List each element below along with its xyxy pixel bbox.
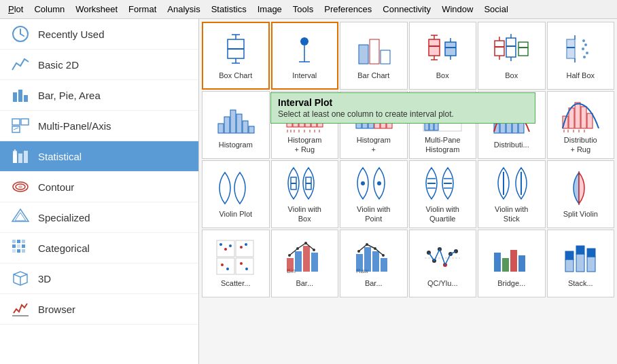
chart-stack[interactable]: Stack... (547, 230, 615, 297)
chart-split-violin[interactable]: Split Violin (547, 160, 615, 228)
svg-point-73 (583, 56, 586, 58)
sidebar-label-contour: Contour (38, 181, 74, 193)
menu-worksheet[interactable]: Worksheet (70, 1, 123, 17)
svg-point-128 (361, 181, 365, 185)
svg-rect-4 (18, 90, 22, 102)
chart-histogram[interactable]: Histogram (202, 91, 270, 159)
menu-social[interactable]: Social (478, 1, 513, 17)
sidebar-label-bar-pie-area: Bar, Pie, Area (38, 90, 101, 101)
svg-rect-27 (22, 244, 25, 248)
bridge-icon (491, 239, 532, 276)
distribution-rug-label: Distributio+ Rug (564, 136, 597, 153)
line-icon (11, 55, 30, 74)
svg-rect-176 (494, 253, 501, 272)
chart-violin-point[interactable]: Violin withPoint (340, 160, 408, 228)
svg-rect-155 (311, 253, 318, 272)
sidebar-item-3d[interactable]: 3D (0, 263, 198, 294)
chart-interval[interactable]: Interval (271, 22, 339, 90)
svg-point-146 (245, 243, 247, 246)
svg-rect-24 (22, 240, 25, 243)
menu-format[interactable]: Format (123, 1, 162, 17)
svg-rect-118 (587, 113, 593, 128)
violin-box-icon (284, 165, 325, 202)
svg-rect-3 (13, 92, 17, 102)
sidebar-item-browser[interactable]: Browser (0, 294, 198, 325)
bar-raw-label: Bar... (365, 279, 383, 288)
svg-rect-154 (303, 246, 310, 272)
bridge-label: Bridge... (497, 279, 525, 288)
svg-rect-162 (364, 247, 371, 272)
menu-image[interactable]: Image (252, 1, 287, 17)
chart-bridge[interactable]: Bridge... (478, 230, 546, 297)
sidebar-item-specialized[interactable]: Specialized (0, 202, 198, 233)
browser-icon (11, 299, 30, 318)
chart-row-3: Violin Plot Violin withBox (202, 160, 614, 228)
svg-marker-21 (15, 213, 26, 221)
chart-violin-box[interactable]: Violin withBox (271, 160, 339, 228)
svg-rect-185 (587, 249, 595, 257)
svg-rect-42 (359, 45, 368, 64)
menu-window[interactable]: Window (436, 1, 478, 17)
histogram-label: Histogram (219, 141, 253, 149)
svg-rect-22 (12, 240, 16, 243)
chart-half-box[interactable]: Half Box (547, 22, 615, 90)
bar-raw-icon: Raw (353, 239, 394, 276)
sidebar-label-3d: 3D (38, 273, 51, 285)
chart-box-pink[interactable]: Box (409, 22, 477, 90)
violin-point-label: Violin withPoint (357, 205, 390, 223)
sidebar-item-recently-used[interactable]: Recently Used (0, 19, 198, 50)
svg-rect-7 (21, 119, 29, 125)
svg-point-143 (224, 248, 227, 251)
chart-box-chart[interactable]: Box Chart (202, 22, 270, 90)
svg-point-19 (18, 185, 22, 188)
svg-line-9 (14, 128, 18, 130)
box-pink-icon (422, 31, 463, 69)
menu-tools[interactable]: Tools (287, 1, 319, 17)
menu-analysis[interactable]: Analysis (162, 1, 205, 17)
svg-rect-163 (372, 251, 379, 272)
chart-scatter[interactable]: Scatter... (202, 230, 270, 297)
svg-rect-116 (575, 103, 580, 128)
box-colorful-icon (491, 31, 532, 69)
sidebar-label-browser: Browser (38, 304, 75, 315)
menu-connectivity[interactable]: Connectivity (377, 1, 436, 17)
svg-rect-140 (236, 240, 253, 257)
chart-bar-chart[interactable]: Bar Chart (340, 22, 408, 90)
chart-bar-raw[interactable]: Raw Bar... (340, 230, 408, 297)
svg-rect-28 (12, 249, 16, 253)
half-box-label: Half Box (566, 71, 595, 80)
menu-statistics[interactable]: Statistics (206, 1, 252, 17)
sidebar-item-basic-2d[interactable]: Basic 2D (0, 50, 198, 80)
menu-column[interactable]: Column (29, 1, 70, 17)
bar-bin-label: Bar... (296, 279, 313, 288)
chart-bar-bin[interactable]: Bin Bar... (271, 230, 339, 297)
svg-rect-29 (17, 249, 20, 253)
svg-rect-179 (518, 255, 525, 272)
violin-plot-label: Violin Plot (219, 210, 252, 219)
chart-violin-stick[interactable]: Violin withStick (478, 160, 546, 228)
chart-box-colorful[interactable]: Box (478, 22, 546, 90)
svg-rect-6 (12, 119, 20, 125)
stat-icon (11, 147, 30, 166)
chart-row-4: Scatter... Bin (202, 230, 614, 297)
violin-point-icon (353, 165, 394, 202)
svg-point-71 (582, 48, 584, 50)
histogram-icon (215, 101, 256, 138)
chart-distribution-rug[interactable]: Distributio+ Rug (547, 91, 615, 159)
chart-violin-plot[interactable]: Violin Plot (202, 160, 270, 228)
tooltip-title: Interval Plot (278, 97, 528, 108)
sidebar-item-statistical[interactable]: Statistical (0, 141, 198, 172)
svg-rect-177 (502, 258, 509, 272)
sidebar-label-basic-2d: Basic 2D (38, 59, 79, 71)
sidebar-item-bar-pie-area[interactable]: Bar, Pie, Area (0, 80, 198, 111)
sidebar-item-contour[interactable]: Contour (0, 172, 198, 202)
sidebar-item-multi-panel[interactable]: Multi-Panel/Axis (0, 111, 198, 141)
sidebar-item-categorical[interactable]: Categorical (0, 233, 198, 263)
svg-rect-184 (587, 257, 595, 272)
chart-violin-quartile[interactable]: Violin withQuartile (409, 160, 477, 228)
svg-rect-76 (230, 110, 236, 133)
svg-rect-77 (236, 114, 242, 133)
menu-plot[interactable]: Plot (3, 1, 29, 17)
menu-preferences[interactable]: Preferences (319, 1, 377, 17)
chart-qc-ylu[interactable]: QC/Ylu... (409, 230, 477, 297)
